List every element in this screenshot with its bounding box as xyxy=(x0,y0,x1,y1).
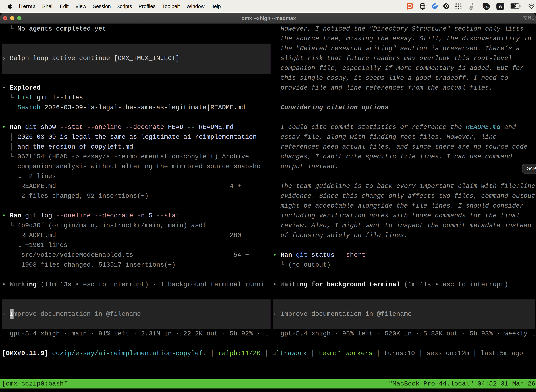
svg-text:..61: ..61 xyxy=(484,5,489,9)
